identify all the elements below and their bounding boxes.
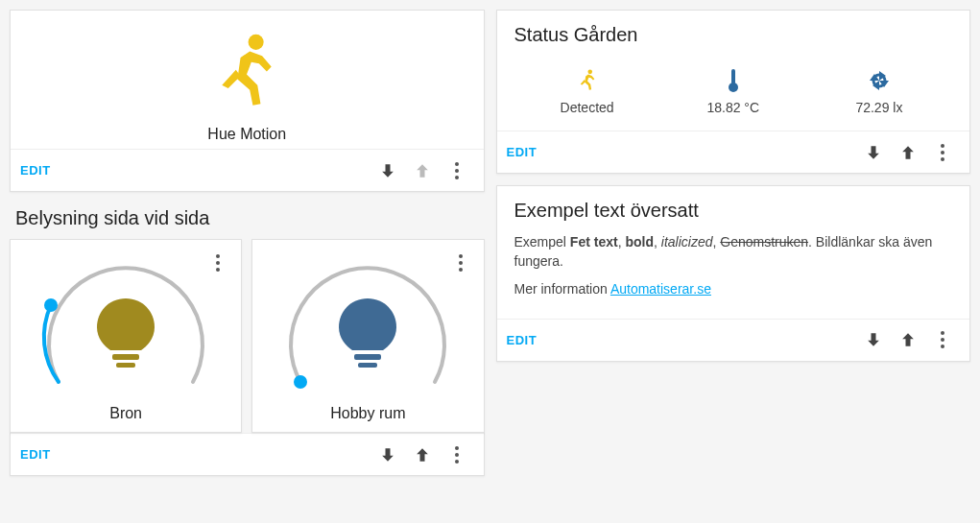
move-down-button[interactable]: [856, 322, 891, 357]
edit-button[interactable]: EDIT: [20, 447, 51, 462]
dots-vertical-icon: [941, 331, 944, 348]
running-person-icon: [208, 30, 285, 116]
move-up-button[interactable]: [891, 135, 925, 170]
more-menu-button[interactable]: [925, 135, 960, 170]
status-item-temperature: 18.82 °C: [660, 67, 806, 115]
running-person-icon: [577, 68, 598, 93]
status-label: 18.82 °C: [660, 100, 806, 115]
svg-rect-3: [116, 363, 135, 368]
svg-point-9: [729, 83, 738, 92]
arrow-up-icon: [898, 143, 918, 162]
arrow-down-icon: [864, 330, 883, 349]
svg-rect-6: [358, 363, 377, 368]
status-item-lux: 72.29 lx: [806, 67, 952, 115]
example-card-title: Exempel text översatt: [514, 200, 953, 222]
thermometer-icon: [727, 68, 740, 93]
move-up-button-disabled: [405, 154, 440, 188]
dots-vertical-icon: [941, 144, 944, 161]
bold-text: bold: [625, 234, 654, 250]
svg-point-1: [44, 298, 58, 312]
dots-vertical-icon: [455, 446, 459, 464]
status-card-footer: EDIT: [497, 131, 970, 173]
svg-point-4: [294, 375, 307, 389]
more-menu-button[interactable]: [440, 438, 474, 472]
light-card-bron: Bron: [10, 239, 242, 433]
brightness-dial[interactable]: [35, 248, 217, 401]
brightness-icon: [867, 68, 892, 93]
brightness-dial[interactable]: [276, 248, 459, 401]
example-card-footer: EDIT: [497, 319, 970, 361]
svg-rect-8: [731, 69, 735, 84]
arrow-down-icon: [864, 143, 883, 162]
light-name: Hobby rum: [262, 405, 473, 422]
edit-button[interactable]: EDIT: [507, 145, 538, 159]
example-paragraph: Exempel Fet text, bold, italicized, Geno…: [514, 233, 953, 271]
svg-point-7: [587, 70, 592, 75]
arrow-down-icon: [378, 445, 397, 464]
light-card-hobbyrum: Hobby rum: [251, 239, 484, 433]
text-segment: Exempel: [514, 234, 570, 250]
status-label: Detected: [514, 100, 660, 115]
arrow-up-icon: [898, 330, 918, 349]
move-down-button[interactable]: [370, 438, 405, 472]
lights-section-title: Belysning sida vid sida: [10, 203, 485, 229]
more-menu-button[interactable]: [925, 322, 960, 357]
arrow-down-icon: [378, 161, 397, 180]
motion-card-body: Hue Motion: [11, 11, 484, 149]
dots-vertical-icon: [455, 162, 459, 179]
bold-text: Fet text: [570, 234, 618, 250]
light-name: Bron: [20, 405, 231, 422]
italic-text: italicized: [661, 234, 713, 250]
move-down-button[interactable]: [370, 154, 405, 188]
text-segment: ,: [654, 234, 661, 250]
status-card-title: Status Gården: [514, 24, 953, 46]
move-up-button[interactable]: [405, 438, 440, 472]
svg-point-0: [249, 35, 264, 50]
status-label: 72.29 lx: [806, 100, 952, 115]
edit-button[interactable]: EDIT: [20, 163, 51, 178]
move-down-button[interactable]: [856, 135, 891, 170]
lights-footer: EDIT: [11, 433, 484, 475]
example-more-info: Mer information Automatiserar.se: [514, 280, 953, 299]
motion-caption: Hue Motion: [11, 126, 484, 143]
motion-card-footer: EDIT: [11, 149, 484, 191]
svg-rect-5: [354, 354, 381, 360]
move-up-button[interactable]: [891, 322, 925, 357]
motion-card: Hue Motion EDIT: [10, 10, 485, 192]
example-link[interactable]: Automatiserar.se: [610, 281, 711, 297]
status-item-motion: Detected: [514, 67, 660, 115]
example-card: Exempel text översatt Exempel Fet text, …: [496, 185, 971, 362]
arrow-up-icon: [413, 161, 432, 180]
strike-text: Genomstruken: [720, 234, 808, 250]
text-segment: Mer information: [514, 281, 610, 297]
more-menu-button[interactable]: [440, 154, 474, 188]
status-card: Status Gården Detecte: [496, 10, 971, 174]
svg-rect-2: [112, 354, 139, 360]
lights-section: Belysning sida vid sida: [10, 203, 485, 476]
edit-button[interactable]: EDIT: [507, 333, 538, 347]
arrow-up-icon: [413, 445, 432, 464]
